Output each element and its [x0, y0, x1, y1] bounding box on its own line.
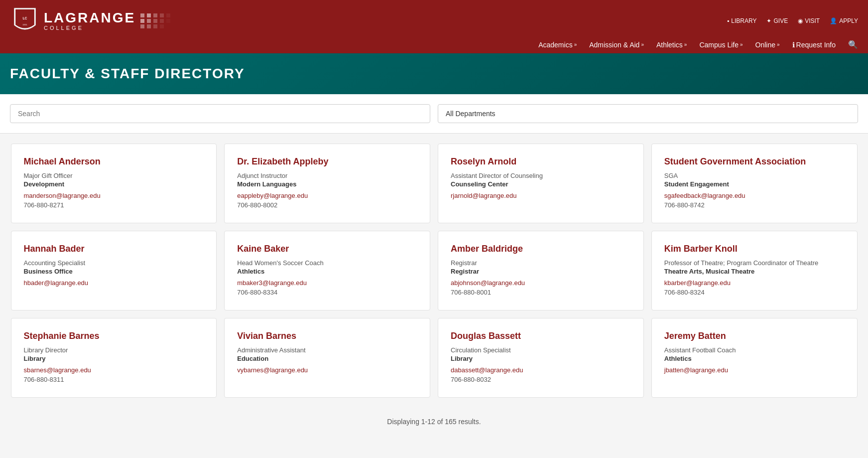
- nav-request-info[interactable]: ℹ Request Info: [792, 41, 836, 49]
- main-nav: Academics » Admission & Aid » Athletics …: [0, 36, 868, 53]
- staff-card: Student Government Association SGA Stude…: [651, 144, 858, 223]
- staff-department: Library: [24, 355, 204, 362]
- staff-phone: 706-880-8311: [24, 376, 204, 383]
- logo-name: LAGRANGE: [44, 11, 135, 25]
- staff-email[interactable]: kbarber@lagrange.edu: [664, 279, 845, 287]
- staff-phone: 706-880-8742: [664, 201, 845, 209]
- logo-dots: [140, 13, 171, 28]
- staff-title: Administrative Assistant: [237, 346, 417, 354]
- nav-campus-life[interactable]: Campus Life »: [699, 41, 743, 49]
- staff-name[interactable]: Kaine Baker: [237, 244, 417, 254]
- utility-links: ▪ LIBRARY ✦ GIVE ◉ VISIT 👤 APPLY: [727, 17, 858, 24]
- staff-name[interactable]: Kim Barber Knoll: [664, 244, 845, 254]
- logo-subtitle: COLLEGE: [44, 25, 135, 31]
- staff-card: Amber Baldridge Registrar Registrar abjo…: [438, 231, 644, 310]
- shield-logo: LC 1831: [10, 6, 40, 36]
- page-banner: FACULTY & STAFF DIRECTORY: [0, 53, 868, 94]
- staff-email[interactable]: sbarnes@lagrange.edu: [24, 366, 204, 374]
- staff-department: Athletics: [237, 268, 417, 275]
- staff-email[interactable]: vybarnes@lagrange.edu: [237, 366, 417, 374]
- staff-title: Circulation Specialist: [451, 346, 631, 354]
- apply-icon: 👤: [830, 17, 837, 24]
- staff-department: Modern Languages: [237, 180, 417, 188]
- nav-admission[interactable]: Admission & Aid »: [589, 41, 644, 49]
- staff-title: Library Director: [24, 346, 204, 354]
- staff-name[interactable]: Student Government Association: [664, 156, 845, 167]
- apply-link[interactable]: 👤 APPLY: [830, 17, 858, 24]
- staff-phone: 706-880-8324: [664, 289, 845, 296]
- staff-phone: 706-880-8334: [237, 289, 417, 296]
- staff-card: Kim Barber Knoll Professor of Theatre; P…: [651, 231, 858, 310]
- staff-title: Major Gift Officer: [24, 172, 204, 179]
- visit-link[interactable]: ◉ VISIT: [798, 17, 820, 24]
- library-link[interactable]: ▪ LIBRARY: [727, 17, 756, 24]
- staff-email[interactable]: eappleby@lagrange.edu: [237, 192, 417, 199]
- staff-title: Accounting Specialist: [24, 259, 204, 267]
- staff-name[interactable]: Vivian Barnes: [237, 331, 417, 341]
- svg-text:1831: 1831: [22, 23, 27, 26]
- staff-department: Theatre Arts, Musical Theatre: [664, 268, 845, 275]
- staff-title: Assistant Football Coach: [664, 346, 845, 354]
- staff-name[interactable]: Stephanie Barnes: [24, 331, 204, 341]
- info-icon: ℹ: [792, 41, 795, 49]
- results-info: Displaying 1-12 of 165 results.: [0, 408, 868, 436]
- staff-department: Athletics: [664, 355, 845, 362]
- search-area: All Departments: [0, 94, 868, 134]
- staff-email[interactable]: abjohnson@lagrange.edu: [451, 279, 631, 287]
- staff-phone: 706-880-8002: [237, 201, 417, 209]
- search-icon[interactable]: 🔍: [848, 40, 858, 49]
- staff-email[interactable]: sgafeedback@lagrange.edu: [664, 192, 845, 199]
- staff-email[interactable]: manderson@lagrange.edu: [24, 192, 204, 199]
- staff-email[interactable]: hbader@lagrange.edu: [24, 279, 204, 287]
- staff-department: Counseling Center: [451, 180, 631, 188]
- chevron-icon: »: [684, 42, 687, 47]
- search-input[interactable]: [18, 110, 422, 118]
- nav-online[interactable]: Online »: [755, 41, 780, 49]
- staff-email[interactable]: jbatten@lagrange.edu: [664, 366, 845, 374]
- staff-name[interactable]: Dr. Elizabeth Appleby: [237, 156, 417, 167]
- staff-title: Registrar: [451, 259, 631, 267]
- staff-card: Dr. Elizabeth Appleby Adjunct Instructor…: [224, 144, 430, 223]
- staff-name[interactable]: Hannah Bader: [24, 244, 204, 254]
- directory-container: Michael Anderson Major Gift Officer Deve…: [0, 134, 868, 408]
- results-text: Displaying 1-12 of 165 results.: [387, 418, 481, 426]
- staff-name[interactable]: Michael Anderson: [24, 156, 204, 167]
- staff-department: Student Engagement: [664, 180, 845, 188]
- nav-athletics[interactable]: Athletics »: [656, 41, 687, 49]
- search-field-wrap: [10, 104, 430, 123]
- staff-card: Roselyn Arnold Assistant Director of Cou…: [438, 144, 644, 223]
- staff-department: Library: [451, 355, 631, 362]
- nav-academics[interactable]: Academics »: [538, 41, 577, 49]
- staff-email[interactable]: rjarnold@lagrange.edu: [451, 192, 631, 199]
- visit-icon: ◉: [798, 17, 803, 24]
- staff-title: Assistant Director of Counseling: [451, 172, 631, 179]
- page-title: FACULTY & STAFF DIRECTORY: [10, 66, 858, 82]
- staff-title: SGA: [664, 172, 845, 179]
- staff-phone: 706-880-8271: [24, 201, 204, 209]
- staff-card: Hannah Bader Accounting Specialist Busin…: [11, 231, 217, 310]
- staff-email[interactable]: dabassett@lagrange.edu: [451, 366, 631, 374]
- staff-name[interactable]: Roselyn Arnold: [451, 156, 631, 167]
- staff-department: Registrar: [451, 268, 631, 275]
- staff-card: Michael Anderson Major Gift Officer Deve…: [11, 144, 217, 223]
- staff-email[interactable]: mbaker3@lagrange.edu: [237, 279, 417, 287]
- give-icon: ✦: [766, 17, 771, 24]
- chevron-icon: »: [740, 42, 743, 47]
- staff-title: Adjunct Instructor: [237, 172, 417, 179]
- chevron-icon: »: [574, 42, 577, 47]
- staff-title: Head Women's Soccer Coach: [237, 259, 417, 267]
- staff-card: Douglas Bassett Circulation Specialist L…: [438, 318, 644, 398]
- svg-text:LC: LC: [22, 16, 27, 20]
- library-icon: ▪: [727, 17, 729, 24]
- staff-department: Education: [237, 355, 417, 362]
- department-select[interactable]: All Departments: [438, 104, 858, 123]
- staff-name[interactable]: Jeremy Batten: [664, 331, 845, 341]
- staff-card: Vivian Barnes Administrative Assistant E…: [224, 318, 430, 398]
- give-link[interactable]: ✦ GIVE: [766, 17, 788, 24]
- staff-name[interactable]: Amber Baldridge: [451, 244, 631, 254]
- chevron-icon: »: [777, 42, 780, 47]
- staff-card: Jeremy Batten Assistant Football Coach A…: [651, 318, 858, 398]
- staff-phone: 706-880-8001: [451, 289, 631, 296]
- staff-name[interactable]: Douglas Bassett: [451, 331, 631, 341]
- logo-area[interactable]: LC 1831 LAGRANGE COLLEGE: [10, 6, 171, 36]
